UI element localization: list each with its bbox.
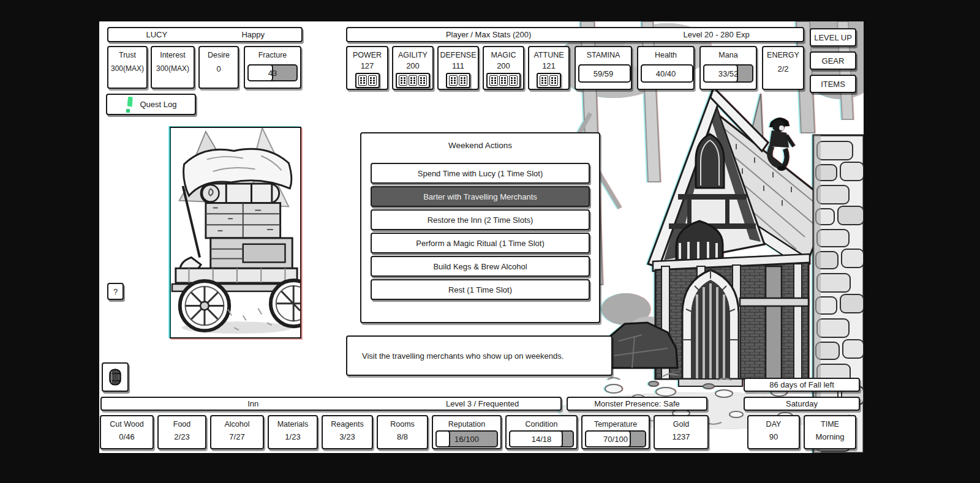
reputation-bar: 16/100 (435, 430, 498, 447)
stat-box-trust: Trust 300(MAX) (107, 46, 148, 89)
stat-box-mana: Mana 33/52 (699, 46, 757, 90)
stat-box-cut-wood: Cut Wood 0/46 (100, 415, 154, 449)
season-banner: 86 days of Fall left (744, 378, 860, 392)
help-button[interactable]: ? (107, 283, 124, 300)
power-dice-icon (355, 73, 380, 88)
defense-dice-icon (446, 73, 470, 88)
fracture-bar: 43 (247, 64, 298, 81)
stat-box-materials: Materials 1/23 (268, 415, 318, 449)
weekday-bar: Saturday (744, 397, 860, 411)
stat-box-desire: Desire 0 (198, 46, 239, 89)
action-build-kegs[interactable]: Build Kegs & Brew Alcohol (371, 256, 590, 277)
stat-box-gold: Gold 1237 (654, 415, 709, 449)
action-restore-inn[interactable]: Restore the Inn (2 Time Slots) (371, 209, 590, 230)
location-level: Level 3 / Frequented (404, 399, 560, 408)
items-button[interactable]: ITEMS (810, 75, 856, 93)
lucy-mood: Happy (205, 30, 302, 39)
stat-box-stamina: STAMINA 59/59 (575, 46, 632, 90)
lucy-header-bar: LUCY Happy (107, 27, 303, 42)
action-rest[interactable]: Rest (1 Time Slot) (371, 279, 590, 300)
magic-dice-icon (486, 73, 521, 88)
action-description-box: Visit the travelling merchants who show … (346, 335, 612, 376)
weekend-actions-title: Weekend Actions (361, 141, 599, 150)
barrel-icon (107, 368, 123, 386)
stat-box-reputation: Reputation 16/100 (432, 415, 502, 449)
event-portrait-wagon (170, 127, 301, 339)
stat-box-power: POWER 127 (346, 46, 388, 90)
location-name: Inn (102, 399, 404, 408)
condition-bar: 14/18 (509, 430, 574, 447)
agility-dice-icon (396, 73, 430, 88)
player-level-exp: Level 20 - 280 Exp (630, 30, 803, 39)
health-bar: 40/40 (641, 64, 691, 83)
stat-box-condition: Condition 14/18 (505, 415, 578, 449)
player-header-bar: Player / Max Stats (200) Level 20 - 280 … (346, 27, 804, 42)
weekend-actions-panel: Weekend Actions Spend Time with Lucy (1 … (360, 132, 600, 323)
barrel-button[interactable] (102, 362, 129, 392)
stat-box-temperature: Temperature 70/100 (581, 415, 650, 449)
game-viewport: LUCY Happy Trust 300(MAX) Interest 300(M… (99, 21, 864, 453)
stat-box-magic: MAGIC 200 (483, 46, 524, 90)
stamina-bar: 59/59 (578, 64, 628, 83)
monster-presence-bar: Monster Presence: Safe (567, 397, 707, 411)
quest-exclamation-icon (126, 97, 134, 113)
stat-box-time: TIME Morning (804, 415, 856, 449)
stat-box-fracture: Fracture 43 (244, 46, 301, 89)
action-spend-time-lucy[interactable]: Spend Time with Lucy (1 Time Slot) (371, 163, 590, 184)
action-magic-ritual[interactable]: Perform a Magic Ritual (1 Time Slot) (371, 233, 590, 253)
gear-button[interactable]: GEAR (810, 51, 856, 70)
player-stats-title: Player / Max Stats (200) (347, 30, 630, 39)
quest-log-label: Quest Log (140, 100, 177, 109)
stat-box-reagents: Reagents 3/23 (322, 415, 373, 449)
action-description-text: Visit the travelling merchants who show … (362, 351, 564, 361)
attune-dice-icon (537, 73, 561, 88)
mana-bar: 33/52 (703, 64, 753, 83)
stat-box-interest: Interest 300(MAX) (151, 46, 195, 89)
stat-box-alcohol: Alcohol 7/27 (210, 415, 264, 449)
stat-box-defense: DEFENSE 111 (437, 46, 479, 90)
character-on-roof (769, 118, 794, 171)
quest-log-button[interactable]: Quest Log (106, 94, 196, 115)
stat-box-day: DAY 90 (747, 415, 800, 449)
action-barter-merchants[interactable]: Barter with Travelling Merchants (371, 186, 590, 207)
level-up-button[interactable]: LEVEL UP (810, 28, 856, 47)
stat-box-food: Food 2/23 (157, 415, 206, 449)
location-status-bar: Inn Level 3 / Frequented (100, 397, 562, 411)
lucy-name: LUCY (108, 30, 205, 39)
stat-box-agility: AGILITY 200 (392, 46, 434, 90)
stat-box-energy: ENERGY 2/2 (762, 46, 804, 90)
wagon-illustration (171, 128, 300, 337)
stat-box-rooms: Rooms 8/8 (377, 415, 428, 449)
stat-box-attune: ATTUNE 121 (528, 46, 570, 90)
stat-box-health: Health 40/40 (637, 46, 695, 90)
temperature-bar: 70/100 (585, 430, 646, 447)
